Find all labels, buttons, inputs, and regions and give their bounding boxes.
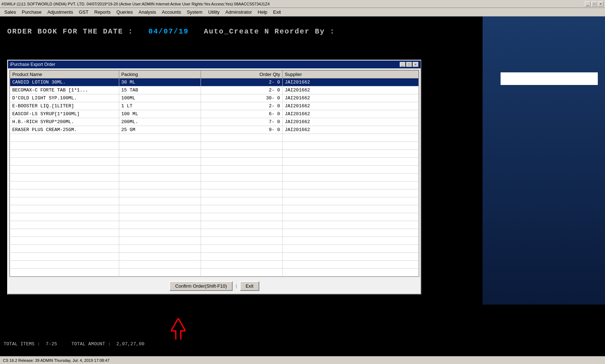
auto-create-label: Auto_Create N Reorder By :: [204, 27, 335, 36]
menu-adminstrator[interactable]: Adminstrator: [223, 9, 255, 15]
menu-reports[interactable]: Reports: [91, 9, 114, 15]
table-row-empty: [10, 229, 419, 237]
order-table-container: Product Name Packing Order Qty Supplier …: [9, 70, 419, 277]
table-row[interactable]: BECOMAX-C FORTE TAB [1*1...15 TAB2- 0JAI…: [10, 86, 419, 94]
table-row-empty: [10, 134, 419, 142]
table-row-empty: [10, 181, 419, 189]
cell-packing: 25 GM: [119, 126, 201, 134]
menu-purchase[interactable]: Purchase: [19, 9, 45, 15]
table-row[interactable]: ERASER PLUS CREAM-25GM.25 GM9- 0JAI20166…: [10, 126, 419, 134]
bottom-info-bar: TOTAL ITEMS : 7-25 TOTAL AMOUNT : 2,07,2…: [0, 340, 605, 348]
table-row-empty: [10, 213, 419, 221]
table-row-empty: [10, 150, 419, 158]
cell-order-qty: 2- 0: [201, 102, 282, 110]
button-separator: |: [235, 283, 238, 289]
cell-packing: 1 LT: [119, 102, 201, 110]
table-row[interactable]: D'COLD LIGHT SYP.100ML.100ML30- 0JAI2016…: [10, 94, 419, 102]
table-row-empty: [10, 205, 419, 213]
menu-accounts[interactable]: Accounts: [159, 9, 184, 15]
cell-order-qty: 2- 0: [201, 86, 282, 94]
col-packing: Packing: [119, 71, 201, 78]
cell-supplier: JAI201662: [282, 86, 418, 94]
title-bar-text: #SWIL# (1)11 SOFTWORLD (INDIA) PVT. LTD.…: [1, 2, 585, 6]
sub-window-buttons: _ □ ×: [400, 62, 418, 67]
cell-supplier: JAI201662: [282, 118, 418, 126]
cell-order-qty: 2- 0: [201, 78, 282, 86]
cell-supplier: JAI201662: [282, 94, 418, 102]
table-row-empty: [10, 245, 419, 253]
cell-product-name: D'COLD LIGHT SYP.100ML.: [10, 94, 119, 102]
table-row-empty: [10, 261, 419, 269]
table-row-empty: [10, 221, 419, 229]
cell-order-qty: 30- 0: [201, 94, 282, 102]
cell-packing: 100 ML: [119, 110, 201, 118]
col-product-name: Product Name: [10, 71, 119, 78]
order-book-date: 04/07/19: [148, 27, 189, 36]
table-row-empty: [10, 174, 419, 181]
total-items-label: TOTAL ITEMS : 7-25: [4, 341, 57, 347]
minimize-button[interactable]: _: [585, 1, 591, 6]
cell-packing: 15 TAB: [119, 86, 201, 94]
table-row[interactable]: EASCOF-LS SYRUP[1*100ML]100 ML6- 0JAI201…: [10, 110, 419, 118]
cell-supplier: JAI201662: [282, 102, 418, 110]
cell-packing: 100ML: [119, 94, 201, 102]
cell-supplier: JAI201662: [282, 78, 418, 86]
table-row-empty: [10, 189, 419, 197]
menu-exit[interactable]: Exit: [270, 9, 284, 15]
cell-product-name: E-BOOSTER LIQ.[1LITER]: [10, 102, 119, 110]
confirm-order-button[interactable]: Confirm Order(Shift-F10): [169, 281, 233, 291]
sub-window-title-bar: iPurchase Export Order _ □ ×: [8, 60, 421, 68]
table-row[interactable]: H.B.-RICH SYRUP*200ML.200ML.7- 0JAI20166…: [10, 118, 419, 126]
table-row-empty: [10, 237, 419, 245]
col-supplier: Supplier: [282, 71, 418, 78]
table-row-empty: [10, 158, 419, 166]
purchase-export-order-window: iPurchase Export Order _ □ × Product Nam…: [7, 60, 421, 295]
sub-window-minimize[interactable]: _: [400, 62, 405, 67]
table-row-empty: [10, 166, 419, 174]
menu-queries[interactable]: Queries: [113, 9, 136, 15]
menu-analysis[interactable]: Analysis: [136, 9, 159, 15]
cell-product-name: BECOMAX-C FORTE TAB [1*1...: [10, 86, 119, 94]
title-bar: #SWIL# (1)11 SOFTWORLD (INDIA) PVT. LTD.…: [0, 0, 605, 8]
menu-utility[interactable]: Utility: [205, 9, 223, 15]
order-table: Product Name Packing Order Qty Supplier …: [10, 70, 419, 277]
cell-product-name: ERASER PLUS CREAM-25GM.: [10, 126, 119, 134]
table-row[interactable]: CANDID LOTION 30ML.30 ML2- 0JAI201662: [10, 78, 419, 86]
menu-bar: Sales Purchase Adjustments GST Reports Q…: [0, 8, 605, 17]
main-area: ORDER BOOK FOR THE DATE : 04/07/19 Auto_…: [0, 17, 605, 356]
table-row-empty: [10, 142, 419, 150]
col-order-qty: Order Qty: [201, 71, 282, 78]
status-bar: CS 16.2 Release: 39 ADMIN Thursday, Jul.…: [0, 356, 605, 364]
sub-window-title-text: iPurchase Export Order: [10, 62, 400, 67]
cell-supplier: JAI201662: [282, 126, 418, 134]
cell-supplier: JAI201662: [282, 110, 418, 118]
cell-packing: 30 ML: [119, 78, 201, 86]
status-bar-text: CS 16.2 Release: 39 ADMIN Thursday, Jul.…: [3, 358, 109, 363]
table-row-empty: [10, 253, 419, 261]
close-button[interactable]: ×: [598, 1, 604, 6]
right-decoration: [483, 17, 605, 305]
button-row: Confirm Order(Shift-F10) | Exit: [8, 278, 421, 294]
exit-button[interactable]: Exit: [240, 281, 259, 291]
menu-gst[interactable]: GST: [76, 9, 91, 15]
total-amount-label: TOTAL AMOUNT : 2,07,27,00: [71, 341, 144, 347]
cell-product-name: CANDID LOTION 30ML.: [10, 78, 119, 86]
cell-order-qty: 9- 0: [201, 126, 282, 134]
right-white-box: [501, 72, 598, 85]
table-row[interactable]: E-BOOSTER LIQ.[1LITER]1 LT2- 0JAI201662: [10, 102, 419, 110]
cell-product-name: EASCOF-LS SYRUP[1*100ML]: [10, 110, 119, 118]
title-bar-buttons: _ □ ×: [585, 1, 604, 6]
maximize-button[interactable]: □: [591, 1, 597, 6]
table-row-empty: [10, 269, 419, 277]
menu-help[interactable]: Help: [255, 9, 270, 15]
menu-system[interactable]: System: [184, 9, 205, 15]
sub-window-close[interactable]: ×: [413, 62, 418, 67]
sub-window-maximize[interactable]: □: [406, 62, 412, 67]
cell-product-name: H.B.-RICH SYRUP*200ML.: [10, 118, 119, 126]
table-row-empty: [10, 197, 419, 205]
cell-order-qty: 6- 0: [201, 110, 282, 118]
menu-adjustments[interactable]: Adjustments: [44, 9, 76, 15]
cell-order-qty: 7- 0: [201, 118, 282, 126]
cell-packing: 200ML.: [119, 118, 201, 126]
menu-sales[interactable]: Sales: [1, 9, 19, 15]
